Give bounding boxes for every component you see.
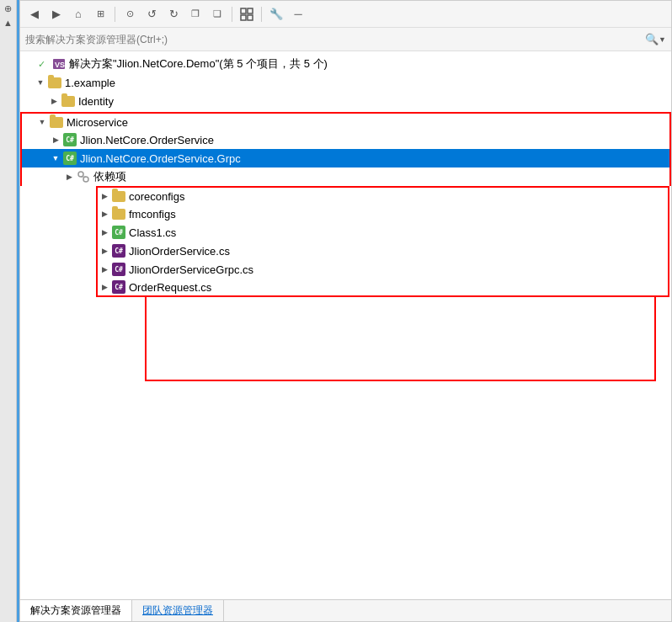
expand-coreconfigs: ▶ <box>98 187 111 205</box>
bottom-tabs: 解决方案资源管理器 团队资源管理器 <box>20 599 671 621</box>
expand-orderrequest: ▶ <box>98 278 111 296</box>
class1-label: Class1.cs <box>129 226 176 239</box>
folder-example-icon <box>47 76 62 89</box>
paste-button[interactable]: ❏ <box>208 5 227 24</box>
example-label: 1.example <box>65 77 115 89</box>
history-button[interactable]: ⊙ <box>120 5 139 24</box>
tree-item-jlionordergrpc[interactable]: ▶ C# JlionOrderServiceGrpc.cs <box>96 260 669 279</box>
cs-orderrequest-icon: C# <box>111 280 126 294</box>
tab-team-explorer[interactable]: 团队资源管理器 <box>132 600 224 621</box>
orderservice-label: Jlion.NetCore.OrderService <box>80 134 214 146</box>
dep-icon <box>76 170 91 183</box>
cs-class1-icon: C# <box>111 226 126 239</box>
fmconfigs-label: fmconfigs <box>129 208 176 221</box>
expand-example: ▼ <box>34 73 47 92</box>
forward-button[interactable]: ▶ <box>47 5 66 24</box>
separator-2 <box>232 7 232 22</box>
tree-item-jlionorder[interactable]: ▶ C# JlionOrderService.cs <box>96 242 669 260</box>
search-bar: 🔍 ▼ <box>20 28 671 51</box>
tree-item-orderservice[interactable]: ▶ C# Jlion.NetCore.OrderService <box>20 130 671 149</box>
connect-button[interactable] <box>237 5 256 24</box>
svg-point-6 <box>78 172 83 177</box>
expand-dep: ▶ <box>62 167 76 186</box>
tree-item-orderrequest[interactable]: ▶ C# OrderRequest.cs <box>96 279 669 297</box>
solution-label: 解决方案"Jlion.NetCore.Demo"(第 5 个项目，共 5 个) <box>69 56 328 72</box>
refresh-button[interactable]: ⊞ <box>91 5 109 24</box>
left-sidebar: ⊕ ▲ <box>0 0 17 622</box>
expand-microservice: ▼ <box>35 113 49 131</box>
tree-item-solution[interactable]: ✓ VS 解决方案"Jlion.NetCore.Demo"(第 5 个项目，共 … <box>20 55 671 73</box>
expand-jlionorder: ▶ <box>98 242 111 260</box>
copy-button[interactable]: ❐ <box>186 5 205 24</box>
collapse-button[interactable]: ─ <box>289 5 307 24</box>
cs-jlionordergrpc-icon: C# <box>111 263 126 276</box>
svg-rect-2 <box>241 15 246 20</box>
svg-point-7 <box>83 177 88 182</box>
search-input[interactable] <box>25 34 645 45</box>
folder-microservice-icon <box>49 115 64 129</box>
jlionorder-label: JlionOrderService.cs <box>129 245 230 258</box>
tree-item-fmconfigs[interactable]: ▶ fmconfigs <box>96 205 669 223</box>
jlionordergrpc-label: JlionOrderServiceGrpc.cs <box>129 263 253 276</box>
expand-identity: ▶ <box>47 92 61 110</box>
tree-item-example[interactable]: ▼ 1.example <box>20 73 671 92</box>
folder-identity-icon <box>61 94 76 108</box>
expand-orderservice: ▶ <box>49 130 62 149</box>
tree-item-identity[interactable]: ▶ Identity <box>20 92 671 110</box>
expand-fmconfigs: ▶ <box>98 205 111 223</box>
dep-label: 依赖项 <box>93 169 126 184</box>
microservice-label: Microservice <box>67 116 128 129</box>
svg-rect-0 <box>241 8 246 13</box>
separator-1 <box>115 7 115 22</box>
orderrequest-label: OrderRequest.cs <box>129 281 211 294</box>
tree-area: ✓ VS 解决方案"Jlion.NetCore.Demo"(第 5 个项目，共 … <box>20 51 671 599</box>
sidebar-collapse-bottom[interactable]: ▲ <box>3 18 13 28</box>
svg-text:VS: VS <box>55 61 65 69</box>
solution-explorer-panel: ◀ ▶ ⌂ ⊞ ⊙ ↺ ↻ ❐ ❏ 🔧 ─ 🔍 ▼ <box>19 0 672 622</box>
cs-orderservice-icon: C# <box>62 133 77 146</box>
identity-label: Identity <box>78 95 114 108</box>
tree-item-coreconfigs[interactable]: ▶ coreconfigs <box>96 186 669 205</box>
cs-jlionorder-icon: C# <box>111 244 126 258</box>
expand-solution <box>20 55 34 73</box>
home-button[interactable]: ⌂ <box>69 5 88 24</box>
checkmark-icon: ✓ <box>34 57 49 71</box>
toolbar: ◀ ▶ ⌂ ⊞ ⊙ ↺ ↻ ❐ ❏ 🔧 ─ <box>20 1 671 28</box>
undo-button[interactable]: ↺ <box>142 5 161 24</box>
search-icon[interactable]: 🔍 <box>645 33 659 45</box>
search-dropdown[interactable]: ▼ <box>659 35 666 44</box>
tab-solution-explorer[interactable]: 解决方案资源管理器 <box>20 600 132 621</box>
tree-item-dep[interactable]: ▶ 依赖项 <box>20 167 671 186</box>
svg-rect-1 <box>248 8 253 13</box>
tree-item-orderservice-grpc[interactable]: ▼ C# Jlion.NetCore.OrderService.Grpc <box>20 149 671 167</box>
grpc-label: Jlion.NetCore.OrderService.Grpc <box>80 152 241 165</box>
expand-jlionordergrpc: ▶ <box>98 260 111 279</box>
tree-item-microservice[interactable]: ▼ Microservice <box>20 112 671 130</box>
folder-fmconfigs-icon <box>111 207 126 221</box>
expand-class1: ▶ <box>98 223 111 242</box>
folder-coreconfigs-icon <box>111 189 126 203</box>
sidebar-collapse-top[interactable]: ⊕ <box>4 3 12 14</box>
back-button[interactable]: ◀ <box>25 5 44 24</box>
settings-button[interactable]: 🔧 <box>267 5 285 24</box>
solution-icon: VS <box>51 57 67 71</box>
separator-3 <box>261 7 262 22</box>
svg-rect-3 <box>248 15 253 20</box>
tree-item-class1[interactable]: ▶ C# Class1.cs <box>96 223 669 242</box>
redo-button[interactable]: ↻ <box>164 5 183 24</box>
expand-grpc: ▼ <box>49 149 62 167</box>
cs-grpc-icon: C# <box>62 152 77 165</box>
coreconfigs-label: coreconfigs <box>129 190 184 203</box>
